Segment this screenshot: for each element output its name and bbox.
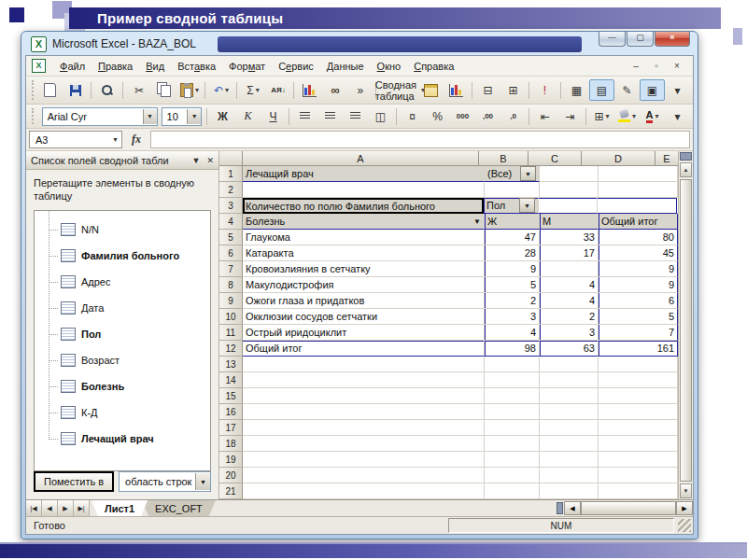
cell-D2[interactable]: [599, 182, 678, 198]
cell-D15[interactable]: [599, 388, 678, 404]
cell-A18[interactable]: [243, 436, 485, 452]
split-handle-horizontal[interactable]: [557, 502, 563, 514]
minimize-button[interactable]: —: [599, 32, 626, 47]
cell-B16[interactable]: [485, 404, 540, 420]
menu-Данные[interactable]: Данные: [320, 59, 371, 74]
cell-A8[interactable]: Макулодистрофия: [243, 277, 485, 293]
field-item-Болезнь[interactable]: Болезнь: [42, 373, 210, 399]
task-pane-dropdown-icon[interactable]: ▼: [192, 156, 201, 165]
maximize-button[interactable]: ▢: [627, 32, 654, 47]
cell-B13[interactable]: [485, 357, 540, 372]
cell-B12[interactable]: 98: [485, 341, 540, 357]
menu-Вид[interactable]: Вид: [139, 59, 171, 74]
increase-indent-button[interactable]: ⇥: [557, 105, 583, 127]
resize-grip[interactable]: [678, 519, 691, 532]
field-item-Возраст[interactable]: Возраст: [42, 347, 210, 373]
paste-dropdown-arrow[interactable]: ▾: [195, 86, 199, 94]
field-item-К-Д[interactable]: К-Д: [42, 399, 210, 426]
currency-button[interactable]: ¤: [400, 105, 425, 127]
restore-workbook-icon[interactable]: ▫: [650, 61, 663, 71]
cell-A20[interactable]: [243, 468, 485, 483]
cell-C9[interactable]: 4: [540, 293, 599, 309]
field-item-Адрес[interactable]: Адрес: [42, 269, 210, 295]
cell-C21[interactable]: [540, 483, 599, 499]
cell-A1[interactable]: Лечащий врач: [243, 166, 485, 182]
borders-button[interactable]: ⊞▾: [589, 105, 614, 127]
row-header-16[interactable]: 16: [219, 404, 243, 420]
cell-A13[interactable]: [243, 357, 485, 372]
font-name-dropdown-arrow[interactable]: ▼: [143, 109, 157, 124]
vertical-scrollbar[interactable]: ▲ ▼: [678, 151, 693, 499]
font-color-dropdown-arrow[interactable]: ▾: [655, 112, 658, 120]
cell-D1[interactable]: [599, 166, 678, 182]
thousands-button[interactable]: 000: [450, 105, 475, 127]
fill-color-dropdown-arrow[interactable]: ▾: [632, 112, 636, 120]
cell-B17[interactable]: [485, 420, 540, 436]
cell-C12[interactable]: 63: [540, 341, 599, 357]
cell-dropdown-B1[interactable]: ▼: [520, 166, 536, 181]
add-to-button[interactable]: Поместить в: [34, 471, 114, 492]
row-header-12[interactable]: 12: [219, 341, 243, 357]
split-handle-vertical[interactable]: [680, 152, 692, 161]
row-header-13[interactable]: 13: [219, 357, 243, 372]
cell-C1[interactable]: [540, 166, 599, 182]
select-all-corner[interactable]: [219, 151, 243, 166]
underline-button[interactable]: Ч: [261, 105, 286, 127]
include-hidden-items-button[interactable]: ▦: [564, 79, 589, 101]
cell-D18[interactable]: [599, 436, 678, 452]
cell-B11[interactable]: 4: [485, 325, 540, 341]
cell-A10[interactable]: Окклюзии сосудов сетчатки: [243, 309, 485, 325]
cell-D20[interactable]: [599, 468, 678, 483]
more-buttons-button[interactable]: »: [347, 79, 373, 101]
field-item-Дата[interactable]: Дата: [42, 295, 210, 321]
menu-Окно[interactable]: Окно: [371, 59, 408, 74]
undo-button[interactable]: ↶▾: [208, 79, 233, 101]
show-field-list-button[interactable]: ▣: [640, 79, 665, 101]
print-preview-button[interactable]: [94, 79, 120, 101]
paste-button[interactable]: ▾: [176, 79, 202, 101]
name-box-dropdown-arrow[interactable]: ▼: [109, 133, 121, 147]
cell-C14[interactable]: [540, 372, 599, 388]
align-left-button[interactable]: [292, 105, 317, 127]
menu-Вставка[interactable]: Вставка: [171, 59, 222, 74]
font-size-combo[interactable]: 10 ▼: [162, 107, 203, 126]
row-header-11[interactable]: 11: [219, 325, 243, 341]
menu-Справка[interactable]: Справка: [407, 59, 460, 74]
cell-C13[interactable]: [540, 357, 599, 372]
cell-D3[interactable]: [598, 198, 677, 214]
row-header-21[interactable]: 21: [219, 483, 243, 499]
next-sheet-icon[interactable]: ▶: [58, 500, 74, 516]
field-settings-button[interactable]: ✎: [614, 79, 640, 101]
menu-Файл[interactable]: Файл: [53, 59, 92, 74]
autosum-dropdown-arrow[interactable]: ▾: [256, 86, 260, 94]
cell-D21[interactable]: [599, 483, 678, 499]
menu-Правка[interactable]: Правка: [92, 59, 139, 74]
cell-A4[interactable]: Болезнь▼: [243, 214, 485, 230]
cell-B3[interactable]: Пол▼: [484, 198, 539, 214]
cell-B14[interactable]: [485, 372, 540, 388]
cell-B2[interactable]: [485, 182, 540, 198]
window-titlebar[interactable]: X Microsoft Excel - BAZA_BOL —▢×: [21, 32, 698, 56]
cell-C10[interactable]: 2: [540, 309, 599, 325]
decrease-decimal-button[interactable]: ,0: [500, 105, 526, 127]
fill-color-button[interactable]: ▾: [614, 105, 640, 127]
cell-B10[interactable]: 3: [485, 309, 540, 325]
menu-Формат[interactable]: Формат: [222, 59, 272, 74]
decrease-indent-button[interactable]: ⇤: [532, 105, 557, 127]
italic-button[interactable]: К: [235, 105, 261, 127]
cell-B19[interactable]: [485, 452, 540, 468]
cell-B15[interactable]: [485, 388, 540, 404]
column-header-C[interactable]: C: [529, 151, 582, 166]
find-button[interactable]: ∞: [322, 79, 347, 101]
cell-C6[interactable]: 17: [540, 245, 599, 261]
row-header-5[interactable]: 5: [219, 230, 243, 245]
menu-Сервис[interactable]: Сервис: [272, 59, 320, 74]
prev-sheet-icon[interactable]: ◀: [42, 500, 58, 516]
pivot-table-menu-button[interactable]: Сводная таблица ▾: [379, 79, 418, 101]
cell-D17[interactable]: [599, 420, 678, 436]
close-workbook-icon[interactable]: ×: [670, 61, 684, 71]
merge-center-button[interactable]: ◫: [368, 105, 393, 127]
cell-C18[interactable]: [540, 436, 599, 452]
field-item-N/N[interactable]: N/N: [42, 217, 210, 243]
pivot-chart-wizard-button[interactable]: [444, 79, 469, 101]
